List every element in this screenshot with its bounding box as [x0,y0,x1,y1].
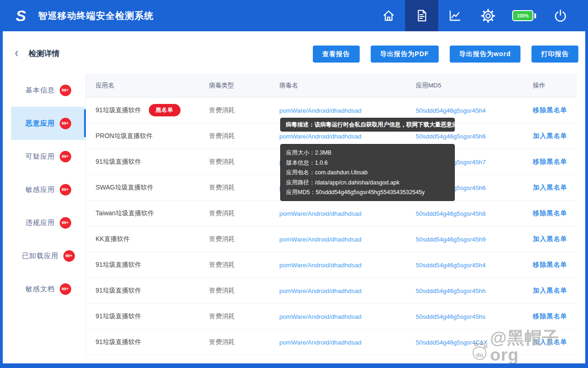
add-blacklist-link[interactable]: 加入黑名单 [533,132,567,139]
sidebar-item-label: 敏感应用 [26,185,55,194]
page-head: ‹ 检测详情 查看报告导出报告为PDF导出报告为word打印报告 [3,31,585,74]
md5-cell: 50sddd54g46g5sgsr45h4 [416,106,533,115]
table-row: 91垃圾直播软件资费消耗pomWare/Android/dhadhdsad50s… [86,252,577,278]
sidebar-item-0[interactable]: 基本信息99+ [11,74,85,107]
action-cell: 加入黑名单 [533,235,577,243]
column-header: 应用名 [96,81,209,90]
virus-type-cell: 资费消耗 [209,260,279,269]
md5-link[interactable]: 50sddd54g46g5sgsr45h6 [416,133,486,140]
count-badge: 99+ [63,250,75,262]
md5-link[interactable]: 50sddd54g46g5sgsr45h4 [416,107,486,114]
app-name: 91垃圾直播软件 [96,261,141,269]
md5-link[interactable]: 50sddd54g46g5sgsr4C1X [416,339,487,346]
remove-blacklist-link[interactable]: 移除黑名单 [533,158,567,165]
add-blacklist-link[interactable]: 加入黑名单 [533,184,567,191]
virus-type: 资费消耗 [209,261,235,268]
sidebar-item-2[interactable]: 可疑应用99+ [11,140,85,173]
column-header: 应用MD5 [416,81,533,90]
table-row: 91垃圾直播软件资费消耗pomWare/Android/dhadhdsad50s… [86,329,577,355]
virus-type: 资费消耗 [209,106,235,114]
content-area: ‹ 检测详情 查看报告导出报告为PDF导出报告为word打印报告 基本信息99+… [3,31,585,363]
table-row: 91垃圾直播软件资费消耗pomWare/Android/dhadhdsad50s… [86,278,577,304]
virus-name-cell: pomWare/Android/dhadhdsad [279,132,416,140]
remove-blacklist-link[interactable]: 移除黑名单 [533,312,567,320]
md5-link[interactable]: 50sddd54g46g5sgsr45hs [416,313,486,320]
export-word-button[interactable]: 导出报告为word [450,46,520,63]
count-badge: 99+ [60,85,71,96]
virus-name-link[interactable]: pomWare/Android/dhadhdsad [279,262,362,269]
virus-name-link[interactable]: pomWare/Android/dhadhdsad [279,236,362,243]
remove-blacklist-link[interactable]: 移除黑名单 [533,261,567,268]
settings-icon[interactable] [471,0,504,31]
virus-name-link[interactable]: pomWare/Android/dhadhdsad [279,288,362,294]
sidebar-item-4[interactable]: 违规应用99+ [11,206,85,239]
add-blacklist-link[interactable]: 加入黑名单 [533,287,567,294]
count-badge: 99+ [60,283,71,295]
md5-link[interactable]: 50sddd54g46g5sgsr45h8 [416,210,486,217]
count-badge: 99+ [60,184,71,196]
sidebar-item-1[interactable]: 恶意应用99+ [11,107,85,140]
back-button[interactable]: ‹ [15,46,18,59]
sidebar-item-3[interactable]: 敏感应用99+ [11,173,85,206]
virus-type: 资费消耗 [209,312,235,320]
virus-name-cell: pomWare/Android/dhadhdsad [279,235,416,243]
virus-description-tooltip: 病毒描述：该病毒运行时会私自获取用户信息，联网下载大量恶意应用 [280,118,455,132]
app-name-cell: KK直播软件 [96,235,209,243]
app-name-cell: 91垃圾直播软件 [96,338,209,346]
action-cell: 加入黑名单 [533,183,577,192]
virus-name-link[interactable]: pomWare/Android/dhadhdsad [279,339,362,346]
app-name-cell: 91垃圾直播软件 [96,261,209,269]
virus-name-cell: pomWare/Android/dhadhdsad [279,338,416,346]
virus-type-cell: 资费消耗 [209,312,279,321]
app-name-cell: PRON垃圾直播软件 [96,132,209,140]
virus-name-cell: pomWare/Android/dhadhdsad [279,261,416,269]
app-name: 91垃圾直播软件 [96,106,141,115]
app-name: PRON垃圾直播软件 [96,132,153,140]
virus-type-cell: 资费消耗 [209,338,279,346]
md5-cell: 50sddd54g46g5sgsr4C1X [416,338,533,346]
md5-cell: 50sddd54g46g5sgsr45h8 [416,209,533,218]
page-title: 检测详情 [28,48,60,59]
sidebar-item-label: 敏感文档 [26,285,55,293]
report-icon[interactable] [405,0,438,31]
md5-cell: 50sddd54g46g5sgsr45hh [416,287,533,295]
app-name: 91垃圾直播软件 [96,287,141,295]
power-icon[interactable] [544,0,577,31]
virus-name-link[interactable]: pomWare/Android/dhadhdsad [279,210,362,217]
count-badge: 99+ [60,118,71,129]
virus-name-link[interactable]: pomWare/Android/dhadhdsad [279,133,362,140]
app-name: 91垃圾直播软件 [96,158,141,166]
export-pdf-button[interactable]: 导出报告为PDF [371,46,439,63]
add-blacklist-link[interactable]: 加入黑名单 [533,338,567,345]
app-name: KK直播软件 [96,235,130,243]
blacklist-badge: 黑名单 [149,104,181,116]
home-icon[interactable] [372,0,405,31]
virus-name-cell: pomWare/Android/dhadhdsad [279,312,416,321]
print-report-button[interactable]: 打印报告 [531,46,578,63]
virus-type-cell: 资费消耗 [209,183,279,192]
count-badge: 99+ [60,217,71,229]
virus-type-cell: 资费消耗 [209,286,279,295]
virus-name-link[interactable]: pomWare/Android/dhadhdsad [279,313,362,320]
sidebar-item-5[interactable]: 已卸载应用99+ [11,239,85,272]
virus-type: 资费消耗 [209,287,235,294]
virus-type: 资费消耗 [209,132,235,139]
remove-blacklist-link[interactable]: 移除黑名单 [533,106,567,114]
md5-link[interactable]: 50sddd54g46g5sgsr45h4 [416,262,486,269]
sidebar-item-6[interactable]: 敏感文档99+ [11,272,85,305]
view-report-button[interactable]: 查看报告 [313,46,360,63]
app-info-line: 应用MD5：50sddd54g46g5sgsr45hg5543543532545… [286,188,449,198]
virus-name-link[interactable]: pomWare/Android/dhadhdsad [279,107,362,114]
virus-type: 资费消耗 [209,209,235,217]
md5-link[interactable]: 50sddd54g46g5sgsr45h9 [416,236,486,243]
chart-icon[interactable] [438,0,471,31]
virus-type-cell: 资费消耗 [209,132,279,140]
remove-blacklist-link[interactable]: 移除黑名单 [533,209,567,217]
md5-link[interactable]: 50sddd54g46g5sgsr45hh [416,288,486,294]
virus-type-cell: 资费消耗 [209,157,279,166]
app-name: SWAG垃圾直播软件 [96,184,153,192]
add-blacklist-link[interactable]: 加入黑名单 [533,235,567,242]
app-name: 91垃圾直播软件 [96,338,141,346]
sidebar-item-label: 违规应用 [26,218,55,227]
virus-type-cell: 资费消耗 [209,235,279,243]
